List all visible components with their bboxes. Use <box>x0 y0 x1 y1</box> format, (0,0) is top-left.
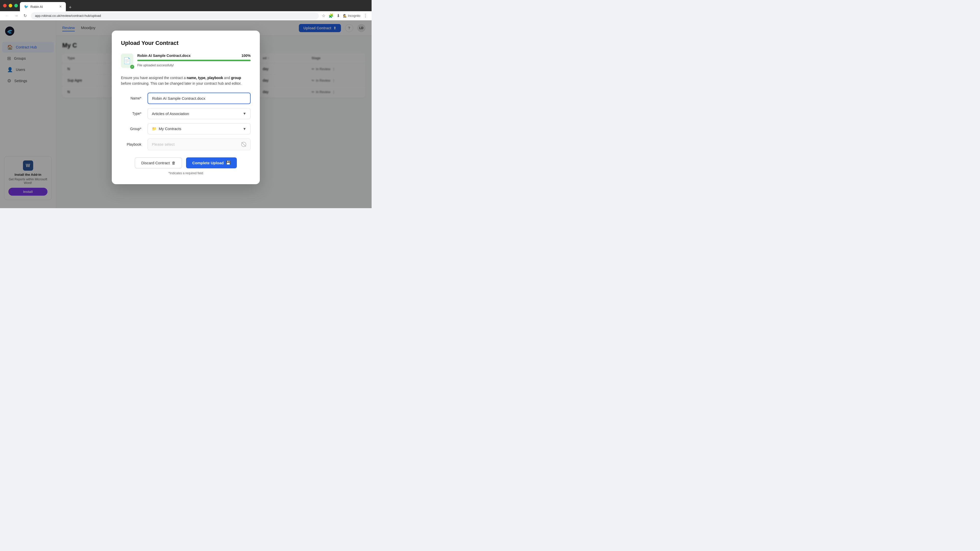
no-selection-icon <box>241 142 246 147</box>
name-label: Name* <box>121 96 142 100</box>
modal-overlay[interactable]: Upload Your Contract 📄 Robin AI Sample C… <box>0 21 372 208</box>
group-form-group: Group* 📁 My Contracts ▼ <box>121 123 251 135</box>
browser-tabs: 🐦 Robin AI ✕ + <box>20 0 369 11</box>
download-button[interactable]: ⬇ <box>337 13 340 18</box>
file-upload-top: Robin AI Sample Contract.docx 100% <box>137 54 251 58</box>
folder-icon: 📁 <box>152 127 157 131</box>
address-input[interactable] <box>31 12 319 19</box>
forward-button[interactable]: → <box>13 13 19 19</box>
tab-close-button[interactable]: ✕ <box>59 5 62 8</box>
playbook-label: Playbook <box>121 142 142 146</box>
address-bar: ← → ↻ ☆ 🧩 ⬇ 🕵 Incognito ⋮ <box>0 11 372 21</box>
file-doc-icon: 📄 <box>123 57 131 64</box>
refresh-button[interactable]: ↻ <box>22 12 28 19</box>
type-label: Type* <box>121 111 142 116</box>
type-form-group: Type* Articles of Association ▼ <box>121 108 251 119</box>
incognito-badge: 🕵 Incognito <box>343 14 360 17</box>
group-label: Group* <box>121 127 142 131</box>
window-maximize-button[interactable] <box>14 4 18 7</box>
file-upload-info: Robin AI Sample Contract.docx 100% File … <box>137 54 251 67</box>
browser-chrome: 🐦 Robin AI ✕ + <box>0 0 372 11</box>
file-percent: 100% <box>242 54 251 58</box>
browser-tab-active[interactable]: 🐦 Robin AI ✕ <box>20 2 66 11</box>
menu-button[interactable]: ⋮ <box>363 13 368 18</box>
discard-contract-button[interactable]: Discard Contract 🗑 <box>135 157 182 168</box>
upload-modal: Upload Your Contract 📄 Robin AI Sample C… <box>112 30 260 184</box>
new-tab-button[interactable]: + <box>67 4 74 11</box>
playbook-form-group: Playbook Please select <box>121 138 251 150</box>
back-button[interactable]: ← <box>4 13 10 19</box>
app-container: 🏠 Contract Hub ⊞ Groups 👤 Users ⚙ Settin… <box>0 21 372 208</box>
trash-icon: 🗑 <box>172 161 176 165</box>
chevron-down-icon: ▼ <box>243 127 246 131</box>
window-controls <box>3 4 18 7</box>
tab-favicon: 🐦 <box>24 5 28 9</box>
required-note: *Indicates a required field <box>121 171 251 175</box>
name-form-group: Name* <box>121 93 251 104</box>
window-close-button[interactable] <box>3 4 6 7</box>
type-select-value: Articles of Association <box>152 111 189 116</box>
file-name: Robin AI Sample Contract.docx <box>137 54 191 58</box>
group-select-value: My Contracts <box>159 127 181 131</box>
modal-title: Upload Your Contract <box>121 40 251 46</box>
group-select-content: 📁 My Contracts <box>152 127 181 131</box>
bookmark-button[interactable]: ☆ <box>322 13 325 18</box>
file-success-text: File uploaded successfully! <box>137 64 174 67</box>
extensions-button[interactable]: 🧩 <box>328 13 334 18</box>
playbook-placeholder: Please select <box>152 142 175 146</box>
type-select[interactable]: Articles of Association ▼ <box>148 108 251 119</box>
info-text: Ensure you have assigned the contract a … <box>121 75 251 86</box>
complete-label: Complete Upload <box>192 161 224 165</box>
window-minimize-button[interactable] <box>9 4 12 7</box>
tab-label: Robin AI <box>30 5 43 9</box>
discard-label: Discard Contract <box>141 161 170 165</box>
modal-actions: Discard Contract 🗑 Complete Upload 💾 <box>121 157 251 168</box>
file-icon-container: 📄 <box>121 54 133 68</box>
save-icon: 💾 <box>226 160 231 165</box>
group-select[interactable]: 📁 My Contracts ▼ <box>148 123 251 135</box>
name-input[interactable] <box>148 93 251 104</box>
file-upload-status: 📄 Robin AI Sample Contract.docx 100% Fil… <box>121 54 251 68</box>
chevron-down-icon: ▼ <box>243 111 246 116</box>
playbook-select[interactable]: Please select <box>148 138 251 150</box>
browser-actions: ☆ 🧩 ⬇ 🕵 Incognito ⋮ <box>322 13 368 18</box>
progress-bar-background <box>137 60 251 61</box>
complete-upload-button[interactable]: Complete Upload 💾 <box>186 157 237 168</box>
progress-bar-fill <box>137 60 251 61</box>
